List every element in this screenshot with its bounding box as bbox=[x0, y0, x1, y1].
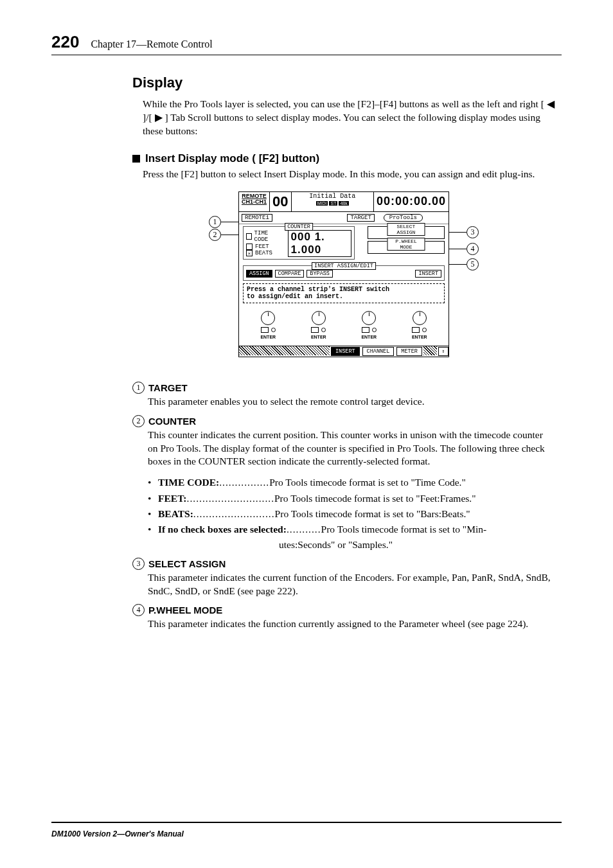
mode-description: Press the [F2] button to select Insert D… bbox=[143, 168, 555, 181]
param-marker-2: 2 bbox=[132, 415, 145, 427]
param-marker-4: 4 bbox=[132, 604, 145, 616]
st-icon: ST bbox=[329, 201, 337, 206]
section-title: Display bbox=[132, 75, 555, 91]
pwheel-mode-box: P.WHEEL MODE Prm bbox=[368, 241, 445, 254]
page-header: 220 Chapter 17—Remote Control bbox=[51, 32, 562, 55]
param-pwheel-title: P.WHEEL MODE bbox=[148, 605, 222, 616]
insert-tab: INSERT bbox=[331, 347, 360, 356]
param-target-title: TARGET bbox=[148, 382, 188, 393]
callout-3: 3 bbox=[466, 226, 479, 238]
lcd-screen: REMOTE CH1-CH1 00 Initial Data MIDI ST 4… bbox=[238, 191, 449, 357]
assign-button: ASSIGN bbox=[246, 270, 272, 278]
counter-readout: 000 1. 1.000 bbox=[288, 230, 351, 257]
param-target-body: This parameter enables you to select the… bbox=[148, 395, 555, 409]
counter-bullet: • TIME CODE: ................ Pro Tools … bbox=[148, 475, 555, 490]
counter-bullet: • If no check boxes are selected: ......… bbox=[148, 522, 555, 536]
scroll-icon: ⇕ bbox=[438, 347, 449, 356]
initial-data-block: Initial Data MIDI ST 48k bbox=[292, 192, 374, 211]
display-figure: 1 2 3 4 5 bbox=[238, 191, 449, 357]
select-assign-box: SELECT ASSIGN Pan bbox=[368, 226, 445, 239]
counter-bullet-continuation: utes:Seconds" or "Samples." bbox=[279, 537, 555, 552]
encoder-knob-icon bbox=[413, 311, 427, 325]
param-counter-title: COUNTER bbox=[148, 416, 196, 427]
protools-chip: ProTools bbox=[384, 214, 423, 222]
target-chip: TARGET bbox=[347, 214, 374, 222]
counter-bullet: • FEET: ............................ Pro… bbox=[148, 491, 555, 506]
mode-title: Insert Display mode ( [F2] button) bbox=[145, 152, 319, 165]
param-counter-body: This counter indicates the current posit… bbox=[148, 429, 555, 469]
counter-bullet: • BEATS: .......................... Pro … bbox=[148, 506, 555, 521]
counter-box: COUNTER TIME CODE FEET ×BEATS 000 1. 1.0… bbox=[243, 226, 355, 260]
meter-tab: METER bbox=[396, 347, 422, 356]
encoder-knob-icon bbox=[261, 311, 275, 325]
callout-5: 5 bbox=[466, 258, 479, 270]
param-pwheel-body: This parameter indicates the function cu… bbox=[148, 617, 555, 631]
tab-bar: INSERT CHANNEL METER ⇕ bbox=[239, 346, 449, 357]
midi-icon: MIDI bbox=[316, 201, 328, 206]
encoder-row: ENTER ENTER ENTER ENTER bbox=[239, 306, 449, 346]
mode-heading: Insert Display mode ( [F2] button) bbox=[132, 152, 555, 165]
fs-icon: 48k bbox=[339, 201, 348, 206]
compare-button: COMPARE bbox=[275, 270, 305, 278]
bypass-button: BYPASS bbox=[306, 270, 333, 278]
param-marker-3: 3 bbox=[132, 558, 145, 570]
param-marker-1: 1 bbox=[132, 382, 145, 394]
callout-4: 4 bbox=[466, 243, 479, 255]
encoder-knob-icon bbox=[362, 311, 376, 325]
timecode-display: 00:00:00.00 bbox=[374, 192, 449, 211]
scene-number: 00 bbox=[270, 192, 291, 211]
remote1-chip: REMOTE1 bbox=[242, 214, 272, 222]
instruction-message: Press a channel strip's INSERT switch to… bbox=[243, 283, 445, 303]
insert-button: INSERT bbox=[415, 270, 441, 278]
remote-header: REMOTE CH1-CH1 bbox=[239, 192, 270, 211]
channel-tab: CHANNEL bbox=[362, 347, 395, 356]
page-number: 220 bbox=[51, 32, 79, 52]
section-intro: While the Pro Tools layer is selected, y… bbox=[143, 98, 555, 138]
square-bullet-icon bbox=[132, 155, 140, 163]
callout-2: 2 bbox=[209, 229, 221, 241]
param-select-assign-title: SELECT ASSIGN bbox=[148, 558, 226, 569]
insert-assign-edit-box: INSERT ASSIGN/EDIT ASSIGN COMPARE BYPASS… bbox=[243, 265, 445, 281]
footer-rule bbox=[51, 822, 562, 823]
param-select-assign-body: This parameter indicates the current fun… bbox=[148, 571, 555, 598]
footer-text: DM1000 Version 2—Owner's Manual bbox=[51, 829, 184, 838]
callout-1: 1 bbox=[209, 216, 221, 228]
encoder-knob-icon bbox=[312, 311, 326, 325]
chapter-title: Chapter 17—Remote Control bbox=[91, 39, 212, 50]
